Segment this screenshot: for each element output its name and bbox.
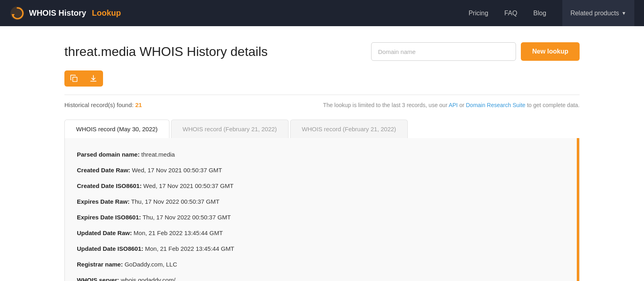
field-expires-iso: Expires Date ISO8601: Thu, 17 Nov 2022 0… <box>77 213 567 221</box>
nav-blog[interactable]: Blog <box>533 10 546 17</box>
brand-lookup: Lookup <box>92 8 121 18</box>
tabs-container: WHOIS record (May 30, 2022) WHOIS record… <box>64 120 580 138</box>
nav-pricing[interactable]: Pricing <box>469 10 488 17</box>
field-updated-iso: Updated Date ISO8601: Mon, 21 Feb 2022 1… <box>77 244 567 253</box>
copy-button[interactable] <box>64 70 84 87</box>
field-created-raw: Created Date Raw: Wed, 17 Nov 2021 00:50… <box>77 166 567 174</box>
suite-link[interactable]: Domain Research Suite <box>466 102 525 108</box>
main-content: threat.media WHOIS History details New l… <box>32 26 612 281</box>
field-updated-raw: Updated Date Raw: Mon, 21 Feb 2022 13:45… <box>77 229 567 237</box>
records-found: Historical record(s) found: 21 <box>64 101 142 108</box>
logo-icon <box>10 6 25 21</box>
tab-feb-2022-2[interactable]: WHOIS record (February 21, 2022) <box>290 120 408 138</box>
field-whois-server: WHOIS server: whois.godaddy.com/ <box>77 276 567 281</box>
orange-bar <box>577 138 579 281</box>
records-row: Historical record(s) found: 21 The looku… <box>64 101 580 108</box>
domain-input[interactable] <box>371 42 516 61</box>
new-lookup-button[interactable]: New lookup <box>521 42 580 61</box>
field-registrar: Registrar name: GoDaddy.com, LLC <box>77 260 567 269</box>
svg-rect-2 <box>73 77 77 82</box>
api-link[interactable]: API <box>449 102 458 108</box>
navigation: WHOIS History Lookup Pricing FAQ Blog Re… <box>0 0 644 26</box>
download-button[interactable] <box>84 70 103 87</box>
field-expires-raw: Expires Date Raw: Thu, 17 Nov 2022 00:50… <box>77 197 567 206</box>
field-parsed-domain: Parsed domain name: threat.media <box>77 150 567 159</box>
records-count: 21 <box>135 101 142 108</box>
chevron-down-icon: ▼ <box>621 10 626 16</box>
records-notice: The lookup is limited to the last 3 reco… <box>323 102 580 108</box>
header-row: threat.media WHOIS History details New l… <box>64 42 580 61</box>
related-products-label: Related products <box>570 10 619 17</box>
tab-feb-2022-1[interactable]: WHOIS record (February 21, 2022) <box>171 120 289 138</box>
nav-links: Pricing FAQ Blog Related products ▼ <box>469 0 634 26</box>
record-content: Parsed domain name: threat.media Created… <box>64 138 580 281</box>
tab-may-2022[interactable]: WHOIS record (May 30, 2022) <box>64 120 169 138</box>
search-row: New lookup <box>371 42 580 61</box>
copy-icon <box>70 74 78 83</box>
brand-title: WHOIS History <box>29 8 86 18</box>
nav-faq[interactable]: FAQ <box>504 10 517 17</box>
related-products-menu[interactable]: Related products ▼ <box>562 0 634 26</box>
download-icon <box>89 74 97 83</box>
page-title: threat.media WHOIS History details <box>64 44 268 59</box>
divider <box>64 95 580 95</box>
field-created-iso: Created Date ISO8601: Wed, 17 Nov 2021 0… <box>77 182 567 190</box>
action-icons <box>64 70 580 87</box>
brand-logo[interactable]: WHOIS History Lookup <box>10 6 121 21</box>
